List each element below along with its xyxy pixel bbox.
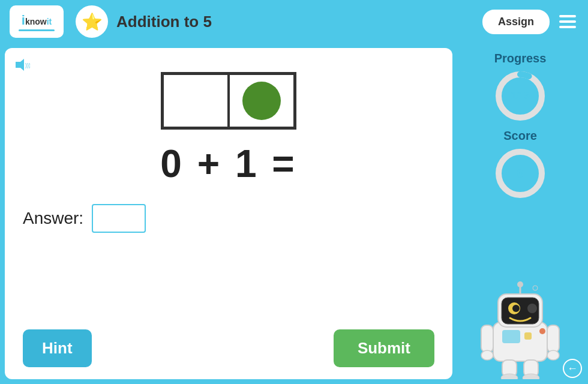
score-ring: 0 — [493, 146, 547, 200]
ten-frame — [23, 72, 434, 130]
lesson-title: Addition to 5 — [116, 13, 212, 31]
content-panel: )))) 0 + 1 = Answer: Hint Submit — [5, 48, 452, 379]
logo-underline — [19, 29, 55, 31]
sidebar: Progress 1/15 Score 0 — [457, 48, 583, 379]
progress-value: 1/15 — [511, 91, 529, 101]
main-area: )))) 0 + 1 = Answer: Hint Submit — [0, 43, 588, 384]
logo-know: know — [25, 17, 47, 26]
star-icon: ⭐ — [76, 5, 108, 38]
progress-section: Progress 1/15 — [493, 52, 547, 123]
header-right: Assign — [482, 10, 578, 34]
svg-point-10 — [512, 305, 520, 312]
svg-rect-17 — [481, 325, 493, 352]
hamburger-line-1 — [559, 15, 576, 17]
svg-point-20 — [547, 350, 559, 360]
ten-frame-cell-1 — [163, 74, 229, 128]
logo-it: it — [47, 17, 52, 26]
progress-ring: 1/15 — [493, 69, 547, 123]
assign-button[interactable]: Assign — [482, 10, 550, 34]
svg-rect-15 — [502, 330, 520, 343]
bottom-buttons: Hint Submit — [23, 317, 434, 367]
hamburger-line-2 — [559, 20, 576, 23]
svg-text:)))): )))) — [25, 62, 30, 68]
svg-point-19 — [481, 350, 493, 360]
svg-rect-18 — [547, 325, 559, 352]
header: i know it ⭐ Addition to 5 Assign — [0, 0, 588, 43]
ten-frame-grid — [161, 72, 296, 130]
submit-button[interactable]: Submit — [334, 329, 434, 367]
score-label: Score — [503, 129, 537, 143]
score-value: 0 — [517, 167, 523, 181]
sound-icon[interactable]: )))) — [13, 56, 30, 77]
svg-rect-16 — [524, 332, 532, 340]
answer-row: Answer: — [23, 204, 434, 233]
score-section: Score 0 — [493, 129, 547, 200]
svg-point-11 — [527, 304, 537, 313]
math-equation: 0 + 1 = — [23, 142, 434, 186]
robot-mascot — [475, 212, 565, 379]
answer-input[interactable] — [92, 204, 146, 233]
hamburger-line-3 — [559, 26, 576, 28]
svg-rect-6 — [493, 322, 547, 361]
progress-label: Progress — [494, 52, 547, 65]
svg-point-14 — [533, 286, 538, 290]
back-button[interactable]: ← — [563, 359, 582, 378]
answer-label: Answer: — [23, 209, 83, 228]
hint-button[interactable]: Hint — [23, 329, 92, 367]
svg-point-25 — [539, 328, 545, 334]
logo: i know it — [10, 5, 64, 38]
svg-marker-0 — [16, 59, 24, 71]
green-circle — [242, 82, 281, 120]
ten-frame-cell-2 — [229, 74, 295, 128]
menu-button[interactable] — [557, 13, 578, 31]
svg-point-13 — [517, 281, 523, 287]
